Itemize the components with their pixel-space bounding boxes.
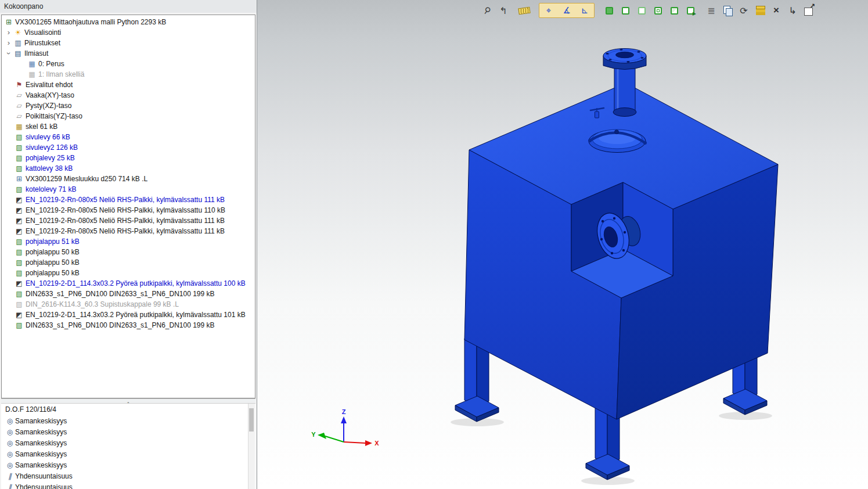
tree-item[interactable]: ›Piirustukset [2, 38, 255, 48]
nozzle-bore [616, 52, 634, 57]
tree-item-label[interactable]: VX3001265 Mittaohjautuva malli Python 22… [13, 17, 166, 27]
constraint-row[interactable]: Samankeskisyys [1, 416, 255, 427]
constraints-scrollbar[interactable] [248, 404, 255, 489]
sun-icon [13, 27, 23, 38]
axis-y-label: Y [311, 431, 316, 438]
part-icon [15, 268, 24, 278]
part-icon [15, 236, 24, 247]
expander-collapsed-icon[interactable]: › [4, 27, 13, 38]
tree-item-label[interactable]: 1: Ilman skelliä [37, 69, 84, 80]
constraint-row[interactable]: Samankeskisyys [1, 449, 255, 460]
tree-item[interactable]: pohjalappu 50 kB [2, 257, 255, 268]
expander-expanded-icon[interactable]: › [3, 49, 14, 58]
tree-item-label[interactable]: EN_10219-2-Rn-080x5 Neliö RHS-Palkki, ky… [24, 205, 225, 215]
tree-item[interactable]: ›Visualisointi [2, 27, 255, 38]
viewport-3d[interactable]: ⚲↰⌖∡⊾≣⟳×↳ [257, 0, 868, 489]
tree-item-label[interactable]: Vaaka(XY)-taso [24, 90, 74, 100]
tree-item-label[interactable]: EN_10219-2-Rn-080x5 Neliö RHS-Palkki, ky… [24, 215, 225, 226]
tree-item[interactable]: sivulevy2 126 kB [2, 142, 255, 153]
tree-item-label[interactable]: Ilmiasut [23, 48, 48, 59]
tree-item-label[interactable]: EN_10219-2-Rn-080x5 Neliö RHS-Palkki, ky… [24, 226, 225, 236]
constraint-row[interactable]: Yhdensuuntaisuus [1, 471, 255, 482]
tree-item[interactable]: DIN_2616-K114.3_60.3 Supistuskappale 99 … [2, 299, 255, 310]
beam-icon [15, 205, 24, 215]
leg-front[interactable] [586, 407, 629, 480]
constraint-row[interactable]: Samankeskisyys [1, 460, 255, 471]
tree-item-label[interactable]: pohjalappu 50 kB [24, 257, 80, 268]
part-icon [15, 247, 24, 257]
tree-item-label[interactable]: EN_10219-2-D1_114.3x03.2 Pyöreä putkipal… [24, 278, 246, 289]
tree-item-label[interactable]: kotelolevy 71 kB [24, 184, 76, 195]
tree-item[interactable]: Poikittais(YZ)-taso [2, 111, 255, 121]
tree-item-label[interactable]: Esivalitut ehdot [24, 80, 73, 90]
tank-assembly-model[interactable] [451, 49, 778, 486]
model-canvas[interactable]: Z X Y [257, 0, 868, 489]
tree-item[interactable]: Pysty(XZ)-taso [2, 100, 255, 111]
tree-item-label[interactable]: sivulevy2 126 kB [24, 142, 78, 153]
nozzle-collar [613, 108, 636, 117]
tree-item-label[interactable]: DIN_2616-K114.3_60.3 Supistuskappale 99 … [24, 299, 179, 310]
tree-item[interactable]: VX3001259 Miesluukku d250 714 kB .L [2, 174, 255, 184]
tree-item-label[interactable]: sivulevy 66 kB [24, 132, 70, 142]
tree-item-label[interactable]: Pysty(XZ)-taso [24, 100, 71, 111]
constraint-row[interactable]: Samankeskisyys [1, 427, 255, 438]
tree-item-label[interactable]: skel 61 kB [24, 121, 57, 132]
tree-item[interactable]: kattolevy 38 kB [2, 163, 255, 174]
configs-icon [13, 48, 23, 59]
constraint-row[interactable]: Samankeskisyys [1, 438, 255, 449]
tree-item-label[interactable]: DIN2633_s1_PN6_DN100 DIN2633_s1_PN6_DN10… [24, 289, 215, 299]
tree-item[interactable]: EN_10219-2-D1_114.3x03.2 Pyöreä putkipal… [2, 278, 255, 289]
tree-item[interactable]: pohjalappu 50 kB [2, 247, 255, 257]
tree-item[interactable]: DIN2633_s1_PN6_DN100 DIN2633_s1_PN6_DN10… [2, 320, 255, 330]
tree-item[interactable]: VX3001265 Mittaohjautuva malli Python 22… [2, 17, 255, 27]
tree-item[interactable]: Esivalitut ehdot [2, 80, 255, 90]
constraints-list: SamankeskisyysSamankeskisyysSamankeskisy… [1, 416, 255, 489]
tree-item[interactable]: kotelolevy 71 kB [2, 184, 255, 195]
tree-item[interactable]: 0: Perus [2, 59, 255, 69]
subassembly-icon [15, 174, 24, 184]
assembly-icon [4, 17, 13, 27]
tree-item-label[interactable]: pohjalappu 50 kB [24, 247, 80, 257]
tree-item[interactable]: 1: Ilman skelliä [2, 69, 255, 80]
tree-item[interactable]: sivulevy 66 kB [2, 132, 255, 142]
panel-splitter[interactable]: ˆ [1, 398, 255, 404]
tree-item-label[interactable]: Piirustukset [23, 38, 60, 48]
tree-item[interactable]: ›Ilmiasut [2, 48, 255, 59]
tree-item-label[interactable]: kattolevy 38 kB [24, 163, 73, 174]
tree-item-label[interactable]: DIN2633_s1_PN6_DN100 DIN2633_s1_PN6_DN10… [24, 320, 215, 330]
tree-item-label[interactable]: pohjalevy 25 kB [24, 153, 75, 163]
tree-item-label[interactable]: Poikittais(YZ)-taso [24, 111, 82, 121]
constraints-panel: D.O.F 120/116/4 SamankeskisyysSamankeski… [1, 404, 255, 489]
tree-item[interactable]: EN_10219-2-Rn-080x5 Neliö RHS-Palkki, ky… [2, 205, 255, 215]
constraint-label: Yhdensuuntaisuus [15, 482, 73, 489]
tree-item[interactable]: Vaaka(XY)-taso [2, 90, 255, 100]
tree-item[interactable]: EN_10219-2-Rn-080x5 Neliö RHS-Palkki, ky… [2, 215, 255, 226]
axis-z-arrow [341, 416, 347, 423]
part-icon [15, 320, 24, 330]
beam-icon [15, 215, 24, 226]
tree-item-label[interactable]: pohjalappu 50 kB [24, 268, 80, 278]
tree-item[interactable]: EN_10219-2-Rn-080x5 Neliö RHS-Palkki, ky… [2, 195, 255, 205]
tree-item-label[interactable]: pohjalappu 51 kB [24, 236, 80, 247]
tree-item-label[interactable]: Visualisointi [23, 27, 61, 38]
dof-label: D.O.F 120/116/4 [1, 404, 255, 416]
plane-icon [15, 90, 24, 100]
tree-item-label[interactable]: VX3001259 Miesluukku d250 714 kB .L [24, 174, 147, 184]
tree-item-label[interactable]: EN_10219-2-D1_114.3x03.2 Pyöreä putkipal… [24, 310, 246, 320]
tree-item[interactable]: DIN2633_s1_PN6_DN100 DIN2633_s1_PN6_DN10… [2, 289, 255, 299]
tree-item-label[interactable]: EN_10219-2-Rn-080x5 Neliö RHS-Palkki, ky… [24, 195, 225, 205]
scrollbar-thumb[interactable] [249, 408, 254, 432]
tree-item[interactable]: pohjalappu 50 kB [2, 268, 255, 278]
constraint-row[interactable]: Yhdensuuntaisuus [1, 482, 255, 489]
part-icon [15, 153, 24, 163]
expander-collapsed-icon[interactable]: › [4, 38, 13, 48]
tree-item[interactable]: pohjalappu 51 kB [2, 236, 255, 247]
tree-item-label[interactable]: 0: Perus [37, 59, 64, 69]
tree-item[interactable]: pohjalevy 25 kB [2, 153, 255, 163]
concentric-icon [5, 427, 15, 438]
tree-item[interactable]: skel 61 kB [2, 121, 255, 132]
tree-item[interactable]: EN_10219-2-Rn-080x5 Neliö RHS-Palkki, ky… [2, 226, 255, 236]
manhole-center-bolt [615, 130, 619, 134]
tree-item[interactable]: EN_10219-2-D1_114.3x03.2 Pyöreä putkipal… [2, 310, 255, 320]
beam-icon [15, 310, 24, 320]
